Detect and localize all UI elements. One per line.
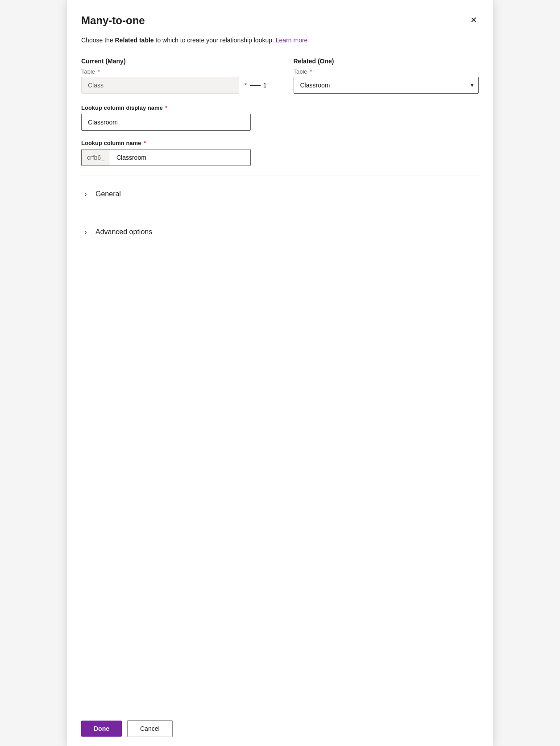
advanced-chevron-right-icon: › (81, 228, 90, 236)
related-table-label: Table * (294, 68, 479, 75)
general-section: › General (81, 182, 479, 206)
divider-2 (81, 213, 479, 213)
lookup-display-input[interactable] (81, 114, 251, 131)
current-column-header: Current (Many) (81, 58, 267, 65)
divider-3 (81, 251, 479, 251)
lookup-name-field: Lookup column name * crfb6_ (81, 140, 479, 166)
lookup-display-label: Lookup column display name * (81, 104, 479, 111)
general-section-header[interactable]: › General (81, 190, 479, 199)
description: Choose the Related table to which to cre… (81, 36, 479, 45)
relation-one: 1 (263, 82, 267, 89)
lookup-name-prefix-wrapper: crfb6_ (81, 149, 251, 166)
dialog: Many-to-one ✕ Choose the Related table t… (67, 0, 493, 746)
lookup-display-required: * (164, 104, 168, 111)
lookup-display-field: Lookup column display name * (81, 104, 479, 131)
relation-line (250, 85, 261, 86)
related-table-select[interactable]: Classroom (294, 77, 479, 94)
advanced-section: › Advanced options (81, 220, 479, 244)
learn-more-link[interactable]: Learn more (276, 37, 308, 44)
current-table-input: Class (81, 77, 239, 94)
current-table-label: Table * (81, 68, 267, 75)
related-required-star: * (308, 68, 312, 75)
dialog-footer: Done Cancel (67, 711, 493, 746)
close-button[interactable]: ✕ (469, 14, 479, 26)
current-column: Current (Many) Table * Class * 1 (81, 58, 267, 94)
related-column-header: Related (One) (294, 58, 479, 65)
lookup-name-label: Lookup column name * (81, 140, 479, 146)
advanced-section-header[interactable]: › Advanced options (81, 228, 479, 236)
divider-1 (81, 175, 479, 175)
relation-symbol: * 1 (245, 82, 266, 89)
general-section-title: General (95, 190, 121, 198)
cancel-button[interactable]: Cancel (127, 720, 173, 737)
lookup-name-required: * (142, 140, 146, 146)
lookup-name-prefix: crfb6_ (82, 149, 110, 166)
lookup-name-input[interactable] (110, 149, 250, 166)
relation-star: * (245, 82, 247, 89)
related-table-select-wrapper: Classroom ▾ (294, 77, 479, 94)
general-chevron-right-icon: › (81, 190, 90, 199)
dialog-content: Many-to-one ✕ Choose the Related table t… (67, 0, 493, 711)
description-post: to which to create your relationship loo… (154, 37, 274, 44)
required-star: * (96, 68, 100, 75)
description-bold: Related table (115, 37, 154, 44)
description-pre: Choose the (81, 37, 115, 44)
done-button[interactable]: Done (81, 721, 122, 737)
current-table-row: Class * 1 (81, 77, 267, 94)
dialog-title: Many-to-one (81, 14, 145, 27)
advanced-section-title: Advanced options (95, 228, 152, 236)
columns-container: Current (Many) Table * Class * 1 Related… (81, 58, 479, 94)
dialog-header: Many-to-one ✕ (81, 14, 479, 27)
related-column: Related (One) Table * Classroom ▾ (294, 58, 479, 94)
